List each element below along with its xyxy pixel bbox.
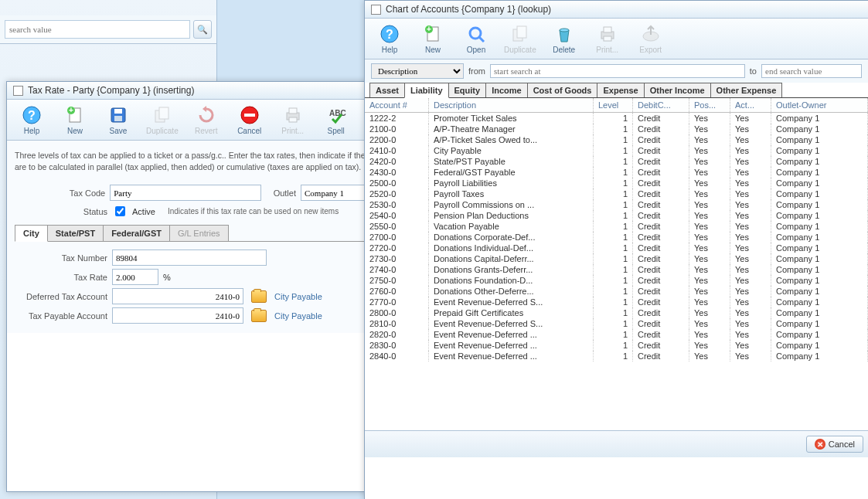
bg-search-input[interactable] bbox=[5, 20, 190, 39]
help-button[interactable]: ?Help bbox=[13, 103, 50, 137]
svg-rect-9 bbox=[159, 107, 168, 119]
table-row[interactable]: 2840-0Event Revenue-Deferred ...1CreditY… bbox=[365, 351, 868, 362]
new-icon: + bbox=[64, 104, 86, 126]
tab-g-l-entries[interactable]: G/L Entries bbox=[169, 225, 229, 241]
cancel-button[interactable]: Cancel bbox=[231, 103, 268, 137]
save-button[interactable]: Save bbox=[100, 103, 137, 137]
tab-other-expense[interactable]: Other Expense bbox=[710, 83, 783, 97]
deferred-link[interactable]: City Payable bbox=[274, 292, 322, 301]
col-header[interactable]: Description bbox=[429, 98, 594, 113]
open-icon bbox=[465, 23, 487, 45]
cancel-button[interactable]: ✕Cancel bbox=[806, 436, 863, 453]
search-icon: 🔍 bbox=[197, 25, 208, 35]
tab-other-income[interactable]: Other Income bbox=[644, 83, 711, 97]
table-row[interactable]: 2800-0Prepaid Gift Certificates1CreditYe… bbox=[365, 307, 868, 318]
tax-code-label: Tax Code bbox=[15, 188, 105, 198]
cancel-icon bbox=[239, 104, 260, 126]
coa-titlebar[interactable]: Chart of Accounts {Company 1} (lookup) bbox=[365, 1, 868, 19]
new-button[interactable]: +New bbox=[414, 22, 451, 56]
svg-text:+: + bbox=[427, 25, 431, 33]
desc-select[interactable]: Description bbox=[371, 63, 464, 79]
table-row[interactable]: 2550-0Vacation Payable1CreditYesYesCompa… bbox=[365, 221, 868, 232]
active-label: Active bbox=[132, 207, 155, 216]
spell-button[interactable]: ABCSpell bbox=[318, 103, 355, 137]
save-icon bbox=[107, 104, 129, 126]
table-row[interactable]: 2410-0City Payable1CreditYesYesCompany 1 bbox=[365, 145, 868, 156]
new-button[interactable]: +New bbox=[56, 103, 94, 137]
tax-hint: Three levels of tax can be applied to a … bbox=[15, 147, 378, 182]
outlet-label: Outlet bbox=[266, 188, 296, 198]
tax-title: Tax Rate - Party {Company 1} (inserting) bbox=[28, 85, 194, 96]
svg-marker-10 bbox=[203, 106, 206, 112]
col-header[interactable]: Account # bbox=[365, 98, 429, 113]
titlebar-checkbox[interactable] bbox=[371, 5, 381, 15]
folder-icon[interactable] bbox=[251, 290, 267, 303]
col-header[interactable]: Pos... bbox=[689, 98, 730, 113]
tax-rate-input[interactable] bbox=[112, 269, 158, 285]
table-row[interactable]: 2820-0Event Revenue-Deferred ...1CreditY… bbox=[365, 329, 868, 340]
tab-city[interactable]: City bbox=[15, 225, 48, 242]
delete-button[interactable]: Delete bbox=[546, 22, 583, 56]
table-row[interactable]: 1222-2Promoter Ticket Sales1CreditYesYes… bbox=[365, 113, 868, 124]
table-row[interactable]: 2720-0Donations Individual-Def...1Credit… bbox=[365, 243, 868, 253]
tab-income[interactable]: Income bbox=[485, 83, 528, 97]
from-input[interactable] bbox=[490, 64, 745, 78]
tax-number-input[interactable] bbox=[112, 250, 267, 266]
export-icon bbox=[640, 23, 662, 45]
tab-asset[interactable]: Asset bbox=[369, 83, 405, 97]
svg-rect-7 bbox=[114, 116, 122, 121]
help-icon: ? bbox=[21, 104, 43, 126]
bg-search-button[interactable]: 🔍 bbox=[193, 20, 212, 39]
tab-liability[interactable]: Liability bbox=[404, 83, 449, 98]
folder-icon[interactable] bbox=[251, 310, 267, 322]
account-grid[interactable]: Account #DescriptionLevelDebitC...Pos...… bbox=[365, 98, 868, 430]
svg-rect-15 bbox=[289, 117, 297, 122]
table-row[interactable]: 2540-0Pension Plan Deductions1CreditYesY… bbox=[365, 210, 868, 221]
table-row[interactable]: 2750-0Donations Foundation-D...1CreditYe… bbox=[365, 275, 868, 286]
tab-cost-of-goods[interactable]: Cost of Goods bbox=[527, 83, 598, 97]
svg-point-22 bbox=[470, 28, 481, 39]
active-checkbox[interactable] bbox=[115, 206, 125, 216]
table-row[interactable]: 2430-0Federal/GST Payable1CreditYesYesCo… bbox=[365, 167, 868, 178]
tab-equity[interactable]: Equity bbox=[448, 83, 487, 97]
col-header[interactable]: Act... bbox=[730, 98, 771, 113]
delete-icon bbox=[553, 23, 575, 45]
coa-window: Chart of Accounts {Company 1} (lookup) ?… bbox=[364, 0, 868, 499]
table-row[interactable]: 2740-0Donations Grants-Deferr...1CreditY… bbox=[365, 264, 868, 275]
to-input[interactable] bbox=[761, 64, 862, 78]
col-header[interactable]: Outlet-Owner bbox=[771, 98, 868, 113]
table-row[interactable]: 2520-0Payroll Taxes1CreditYesYesCompany … bbox=[365, 188, 868, 199]
revert-icon bbox=[196, 104, 217, 126]
revert-button: Revert bbox=[188, 103, 225, 137]
table-row[interactable]: 2810-0Event Revenue-Deferred S...1Credit… bbox=[365, 318, 868, 329]
open-button[interactable]: Open bbox=[458, 22, 495, 56]
payable-input[interactable] bbox=[112, 307, 243, 324]
table-row[interactable]: 2770-0Event Revenue-Deferred S...1Credit… bbox=[365, 297, 868, 307]
table-row[interactable]: 2700-0Donations Corporate-Def...1CreditY… bbox=[365, 232, 868, 243]
table-row[interactable]: 2500-0Payroll Liabilities1CreditYesYesCo… bbox=[365, 178, 868, 188]
table-row[interactable]: 2420-0State/PST Payable1CreditYesYesComp… bbox=[365, 156, 868, 167]
table-row[interactable]: 2100-0A/P-Theatre Manager1CreditYesYesCo… bbox=[365, 124, 868, 134]
tax-code-input[interactable] bbox=[110, 185, 261, 201]
payable-link[interactable]: City Payable bbox=[274, 311, 322, 321]
help-button[interactable]: ?Help bbox=[371, 22, 408, 56]
account-tabs: AssetLiabilityEquityIncomeCost of GoodsE… bbox=[365, 83, 868, 98]
titlebar-checkbox[interactable] bbox=[13, 86, 23, 96]
col-header[interactable]: DebitC... bbox=[633, 98, 689, 113]
table-row[interactable]: 2760-0Donations Other-Deferre...1CreditY… bbox=[365, 286, 868, 297]
svg-rect-25 bbox=[517, 26, 526, 38]
duplicate-button: Duplicate bbox=[143, 103, 182, 137]
table-row[interactable]: 2530-0Payroll Commissions on ...1CreditY… bbox=[365, 199, 868, 210]
col-header[interactable]: Level bbox=[594, 98, 633, 113]
tax-titlebar[interactable]: Tax Rate - Party {Company 1} (inserting) bbox=[7, 82, 386, 100]
tax-tabs: CityState/PSTFederal/GSTG/L Entries bbox=[15, 225, 378, 242]
table-row[interactable]: 2830-0Event Revenue-Deferred ...1CreditY… bbox=[365, 340, 868, 351]
table-row[interactable]: 2730-0Donations Capital-Deferr...1Credit… bbox=[365, 253, 868, 264]
active-hint: Indicates if this tax rate can be used o… bbox=[168, 207, 339, 216]
tab-expense[interactable]: Expense bbox=[597, 83, 644, 97]
table-row[interactable]: 2200-0A/P-Ticket Sales Owed to...1Credit… bbox=[365, 134, 868, 145]
tab-federal-gst[interactable]: Federal/GST bbox=[103, 225, 170, 241]
duplicate-button: Duplicate bbox=[501, 22, 540, 56]
tab-state-pst[interactable]: State/PST bbox=[47, 225, 104, 241]
deferred-input[interactable] bbox=[112, 288, 243, 304]
